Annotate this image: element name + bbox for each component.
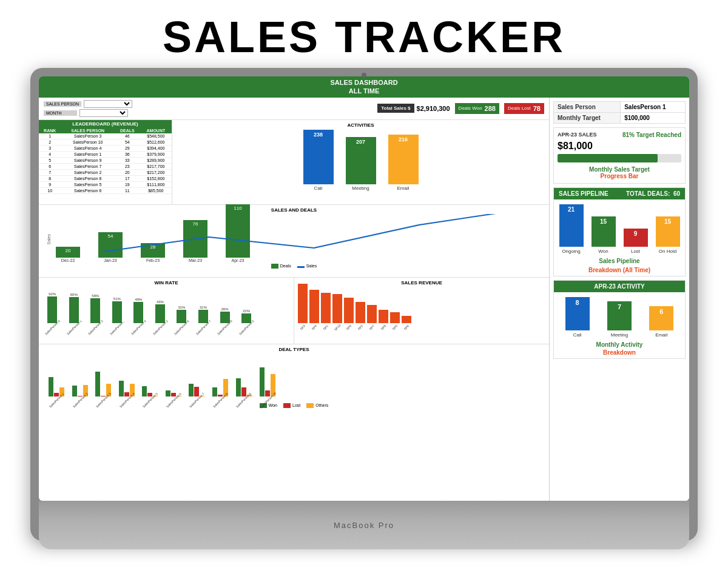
info-row-salesperson: Sales Person SalesPerson 1 — [554, 101, 686, 112]
win-rate-title: WIN RATE — [41, 280, 291, 286]
combo-bar-group: 20Dec-22 — [56, 247, 80, 263]
sales-deals-section: SALES AND DEALS Sales 20Dec-2254Jan-2328… — [39, 205, 549, 278]
right-activity-bar-group: 8Call — [565, 297, 590, 338]
table-row: 5SalesPerson 933$289,900 — [39, 157, 172, 163]
y-axis-label: Sales — [47, 234, 51, 245]
win-rate-bar-group: 58%SalesPerson 3 — [86, 294, 106, 329]
legend-lost: Lost — [283, 403, 300, 408]
lb-col-amount: AMOUNT — [140, 128, 172, 133]
filter-salesperson: SALES PERSON — [44, 100, 132, 108]
legend-others: Others — [306, 403, 328, 408]
progress-bar-outer — [558, 154, 681, 162]
laptop-camera — [362, 73, 366, 78]
deal-type-bar-group: SalesPerson 1 — [47, 377, 67, 402]
sales-deals-title: SALES AND DEALS — [44, 207, 544, 213]
salesperson-select[interactable] — [84, 100, 132, 108]
activity-subdesc: Breakdown — [554, 349, 685, 358]
total-sales-label: Total Sales $ — [377, 104, 414, 113]
win-rate-bar-group: 31%SalesPerson 7 — [194, 306, 214, 329]
pipeline-bar-group: 15On Hold — [656, 216, 680, 254]
table-row: 8SalesPerson 817$152,800 — [39, 175, 172, 181]
laptop-base: MacBook Pro — [39, 501, 689, 549]
total-sales-box: Total Sales $ $2,910,300 — [377, 104, 450, 113]
combo-bars: 20Dec-2254Jan-2328Feb-2376Mar-23110Apr-2… — [44, 214, 544, 263]
leaderboard-title: LEADERBOARD (REVENUE) — [39, 120, 172, 128]
deals-lost-label: Deals Lost — [508, 105, 531, 111]
sales-revenue-bars: SP3SP4SP1SP10SP9SP2SP7SP8SP5SP6 — [297, 287, 547, 329]
pipeline-total-value: 60 — [673, 190, 680, 197]
target-section: APR-23 SALES 81% Target Reached $81,000 … — [553, 127, 686, 184]
total-sales-value: $2,910,300 — [417, 105, 450, 112]
combo-chart: Sales 20Dec-2254Jan-2328Feb-2376Mar-2311… — [44, 214, 544, 272]
apr23-label: APR-23 SALES — [558, 132, 597, 138]
chart-legend: Deals Sales — [44, 264, 544, 269]
activity-bars: 8Call7Meeting6Email — [554, 292, 685, 340]
right-activity-bar-group: 6Email — [649, 306, 673, 338]
mid-row: LEADERBOARD (REVENUE) RANK SALES PERSON … — [39, 120, 549, 205]
progress-bar-inner — [558, 154, 658, 162]
apr23-amount: $81,000 — [558, 141, 681, 152]
sales-revenue-bar-group: SP9 — [344, 298, 354, 329]
combo-bar-group: 76Mar-23 — [183, 220, 207, 263]
dashboard-title-line2: ALL TIME — [39, 87, 689, 95]
deals-won-count: 288 — [485, 105, 496, 112]
sales-revenue-title: SALES REVENUE — [297, 280, 547, 286]
page-title: SALES TRACKER — [163, 12, 565, 62]
activity-bar-group: 238Call — [303, 130, 334, 191]
legend-others-label: Others — [315, 403, 328, 407]
legend-lost-color — [283, 403, 291, 408]
lb-col-rank: RANK — [39, 128, 61, 133]
win-rate-bars: 62%SalesPerson 960%SalesPerson 158%Sales… — [41, 287, 291, 329]
deals-lost-box: Deals Lost 78 — [504, 103, 544, 114]
legend-lost-label: Lost — [292, 403, 300, 407]
win-rate-bar-group: 51%SalesPerson... — [107, 297, 127, 329]
bottom-charts-row: WIN RATE 62%SalesPerson 960%SalesPerson … — [39, 278, 549, 344]
deals-won-box: Deals Won 288 — [455, 103, 499, 114]
deals-lost-count: 78 — [533, 105, 541, 112]
table-row: 4SalesPerson 136$379,900 — [39, 151, 172, 157]
win-rate-bar-group: 26%SalesPerson 8 — [215, 307, 235, 329]
activity-header: APR-23 ACTIVITY — [554, 281, 685, 292]
sales-revenue-bar-group: SP7 — [367, 305, 377, 329]
activities-chart: ACTIVITIES 238Call207Meeting216Email — [172, 120, 549, 204]
dashboard-title-line1: SALES DASHBOARD — [39, 78, 689, 87]
info-row-target: Monthly Target $100,000 — [554, 112, 686, 123]
table-row: 10SalesPerson 611$85,500 — [39, 187, 172, 193]
sales-revenue-bar-group: SP8 — [379, 310, 388, 329]
legend-sales: Sales — [297, 264, 317, 269]
sales-revenue-bar-group: SP3 — [298, 284, 308, 329]
left-panel: SALES PERSON MONTH Total Sales $ $2,910,… — [39, 98, 550, 501]
leaderboard-table: RANK SALES PERSON DEALS AMOUNT 1SalesPer… — [39, 128, 172, 194]
target-header: APR-23 SALES 81% Target Reached — [558, 132, 681, 138]
deal-type-bar-group: SalesPerson 4 — [117, 381, 137, 402]
legend-deals-color — [271, 264, 278, 269]
activity-bar-group: 216Email — [388, 135, 419, 191]
deal-type-bar-group: SalesPerson 7 — [187, 384, 207, 402]
pipeline-bar-group: 21Ongoing — [559, 204, 584, 254]
lb-col-deals: DEALS — [115, 128, 140, 133]
right-panel: Sales Person SalesPerson 1 Monthly Targe… — [550, 98, 689, 501]
filter-month: MONTH — [44, 109, 132, 117]
pipeline-bar-group: 9Lost — [624, 229, 648, 254]
deal-type-bar-group: SalesPerson 6 — [164, 390, 184, 402]
win-rate-bar-group: 62%SalesPerson 9 — [42, 292, 62, 329]
top-row: SALES PERSON MONTH Total Sales $ $2,910,… — [39, 98, 549, 120]
pipeline-header: SALES PIPELINE TOTAL DEALS: 60 — [554, 188, 685, 199]
info-label-salesperson: Sales Person — [554, 101, 621, 112]
combo-bar-group: 28Feb-23 — [141, 243, 165, 263]
deal-type-bar-group: SalesPerson 9 — [234, 378, 254, 402]
pipeline-desc: Sales Pipeline — [554, 256, 685, 266]
legend-won-label: Won — [269, 403, 277, 407]
month-select[interactable] — [79, 109, 128, 117]
pipeline-total-text: TOTAL DEALS: 60 — [626, 190, 680, 197]
activity-desc: Monthly Activity — [554, 340, 685, 349]
dashboard-header: SALES DASHBOARD ALL TIME — [39, 76, 689, 98]
deal-type-bar-group: SalesPerson 10 — [257, 367, 278, 402]
pipeline-bars: 21Ongoing15Won9Lost15On Hold — [554, 199, 685, 256]
deal-type-bar-group: SalesPerson 2 — [70, 385, 90, 402]
apr23-pct: 81% Target Reached — [622, 132, 681, 138]
deal-types-bars: SalesPerson 1SalesPerson 2SalesPerson 3S… — [44, 353, 544, 402]
deals-won-label: Deals Won — [459, 105, 482, 111]
info-label-target: Monthly Target — [554, 112, 621, 123]
deal-type-bar-group: SalesPerson 3 — [93, 372, 113, 402]
